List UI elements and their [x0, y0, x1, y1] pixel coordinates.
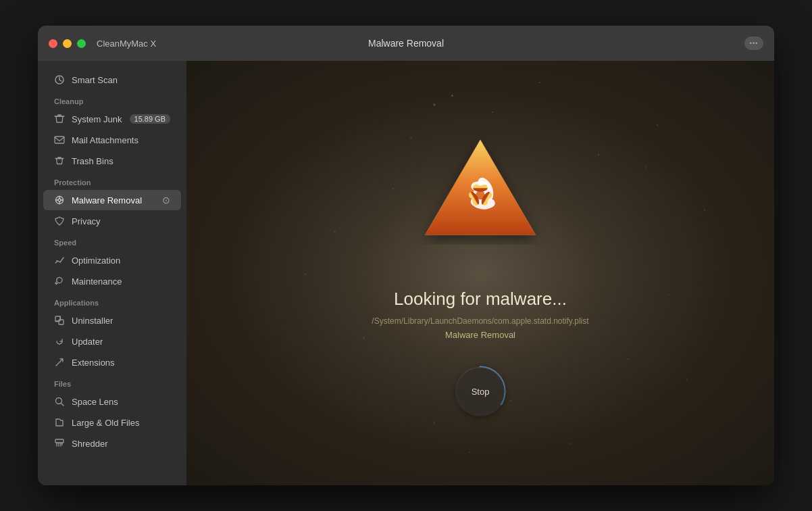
titlebar-center-title: Malware Removal — [368, 38, 444, 49]
sidebar-item-privacy[interactable]: Privacy — [43, 211, 181, 231]
stop-button-container: Stop — [456, 367, 505, 416]
smart-scan-icon — [54, 74, 65, 85]
sidebar-item-malware-removal[interactable]: Malware Removal ⊙ — [43, 190, 181, 210]
mail-icon — [54, 135, 65, 145]
system-junk-icon — [54, 114, 65, 124]
sidebar-item-space-lens[interactable]: Space Lens — [43, 391, 181, 412]
scanning-title: Looking for malware... — [394, 289, 567, 310]
main-content: Smart Scan Cleanup System Junk 15.89 GB — [38, 61, 774, 485]
section-speed: Speed — [38, 232, 186, 249]
biohazard-svg — [413, 130, 548, 266]
sidebar-item-system-junk[interactable]: System Junk 15.89 GB — [43, 109, 181, 129]
svg-rect-6 — [59, 320, 64, 324]
updater-label: Updater — [72, 337, 103, 347]
app-name: CleanMyMac X — [97, 39, 156, 49]
titlebar: CleanMyMac X Malware Removal — [38, 26, 774, 61]
svg-rect-5 — [55, 316, 60, 321]
scanning-path: /System/Library/LaunchDaemons/com.apple.… — [372, 316, 588, 326]
mail-attachments-label: Mail Attachments — [72, 135, 138, 145]
sidebar-item-shredder[interactable]: Shredder — [43, 433, 181, 454]
section-cleanup: Cleanup — [38, 91, 186, 108]
app-window: CleanMyMac X Malware Removal Smart Scan … — [38, 26, 774, 485]
shredder-label: Shredder — [72, 439, 107, 449]
minimize-button[interactable] — [63, 39, 72, 48]
section-applications: Applications — [38, 292, 186, 310]
shredder-icon — [54, 438, 65, 449]
svg-rect-8 — [55, 439, 64, 443]
svg-point-4 — [56, 260, 57, 262]
content-area: Looking for malware... /System/Library/L… — [186, 61, 774, 485]
uninstaller-icon — [54, 315, 65, 326]
trash-icon — [54, 155, 65, 166]
system-junk-label: System Junk — [72, 114, 122, 124]
optimization-label: Optimization — [72, 256, 120, 266]
active-indicator: ⊙ — [162, 195, 170, 205]
malware-icon — [54, 195, 65, 205]
large-files-icon — [54, 417, 65, 428]
large-old-files-label: Large & Old Files — [72, 418, 139, 428]
sidebar-item-large-old-files[interactable]: Large & Old Files — [43, 412, 181, 433]
sidebar-item-trash-bins[interactable]: Trash Bins — [43, 151, 181, 171]
space-lens-icon — [54, 396, 65, 407]
privacy-icon — [54, 216, 65, 226]
maximize-button[interactable] — [77, 39, 86, 48]
sidebar-item-uninstaller[interactable]: Uninstaller — [43, 310, 181, 331]
particles — [186, 61, 774, 485]
titlebar-actions — [744, 36, 763, 50]
maintenance-icon — [54, 276, 65, 287]
updater-icon — [54, 336, 65, 347]
section-protection: Protection — [38, 172, 186, 189]
extensions-icon — [54, 357, 65, 368]
close-button[interactable] — [49, 39, 57, 48]
stop-button[interactable]: Stop — [456, 367, 505, 416]
malware-removal-label: Malware Removal — [72, 195, 142, 205]
sidebar-item-smart-scan[interactable]: Smart Scan — [43, 70, 181, 90]
sidebar-item-maintenance[interactable]: Maintenance — [43, 271, 181, 291]
system-junk-badge: 15.89 GB — [130, 114, 170, 124]
space-lens-label: Space Lens — [72, 397, 118, 407]
uninstaller-label: Uninstaller — [72, 316, 113, 326]
biohazard-icon-container — [413, 130, 548, 268]
more-options-button[interactable] — [744, 36, 763, 50]
svg-point-3 — [58, 199, 61, 201]
sidebar-item-extensions[interactable]: Extensions — [43, 352, 181, 372]
svg-rect-1 — [55, 137, 64, 143]
extensions-label: Extensions — [72, 358, 115, 368]
sidebar: Smart Scan Cleanup System Junk 15.89 GB — [38, 61, 186, 485]
maintenance-label: Maintenance — [72, 276, 122, 287]
smart-scan-label: Smart Scan — [72, 75, 118, 85]
optimization-icon — [54, 255, 65, 266]
section-files: Files — [38, 373, 186, 391]
trash-bins-label: Trash Bins — [72, 156, 113, 166]
privacy-label: Privacy — [72, 216, 101, 226]
sidebar-item-mail-attachments[interactable]: Mail Attachments — [43, 130, 181, 150]
scanning-subtitle: Malware Removal — [445, 330, 515, 340]
traffic-lights — [49, 39, 86, 48]
sidebar-item-optimization[interactable]: Optimization — [43, 250, 181, 270]
sidebar-item-updater[interactable]: Updater — [43, 331, 181, 351]
